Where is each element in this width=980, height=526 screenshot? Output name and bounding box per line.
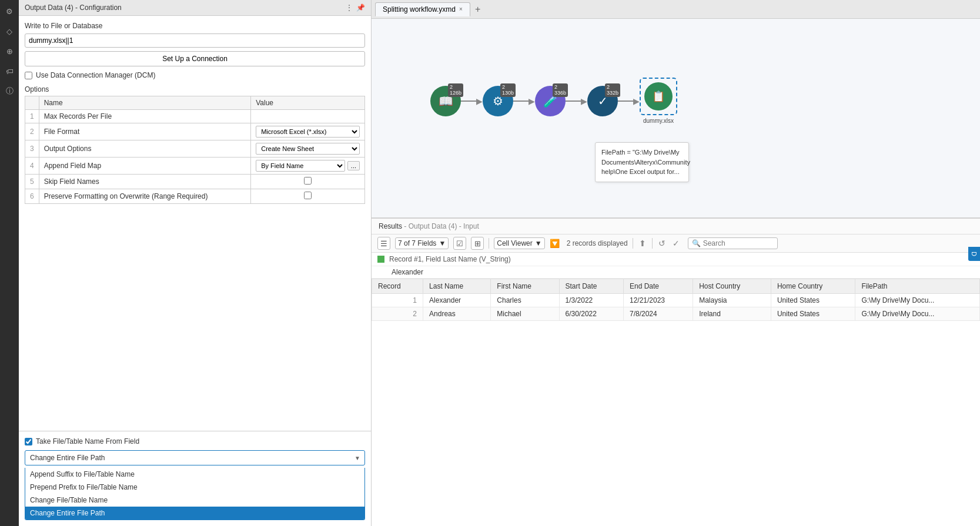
ellipsis-button[interactable]: ... (347, 161, 360, 170)
col-value-header: Value (251, 96, 365, 110)
cell-lastname-2: Andreas (423, 307, 491, 321)
col-startdate: Start Date (559, 279, 623, 294)
connector-4: ▶ (618, 96, 640, 106)
node-4[interactable]: ✓ 2332b (587, 86, 618, 116)
row6-name: Preserve Formatting on Overwrite (Range … (39, 189, 251, 204)
row5-name: Skip Field Names (39, 175, 251, 189)
results-sub: - Output Data (4) - Input (404, 222, 479, 230)
node-2[interactable]: ⚙ 2130b (483, 86, 513, 116)
undo-icon[interactable]: ↺ (657, 239, 667, 248)
node-2-circle[interactable]: ⚙ 2130b (483, 86, 513, 116)
green-status-indicator (377, 256, 384, 263)
node-1[interactable]: 📖 2126b (430, 86, 461, 116)
row1-name: Max Records Per File (39, 110, 251, 123)
sidebar-tag-icon[interactable]: 🏷 (3, 65, 16, 78)
fields-count-button[interactable]: 7 of 7 Fields ▼ (395, 237, 449, 249)
setup-connection-button[interactable]: Set Up a Connection (25, 51, 365, 66)
output-options-select[interactable]: Create New Sheet (256, 143, 360, 155)
cell-filepath-2: G:\My Drive\My Docu... (855, 307, 980, 321)
blue-right-tab[interactable]: D (968, 247, 980, 261)
config-header-actions: ⋮ 📌 (346, 4, 365, 12)
row3-name: Output Options (39, 140, 251, 158)
config-pin-icon[interactable]: 📌 (356, 4, 365, 12)
filter-icon[interactable]: 🔽 (550, 239, 560, 248)
node-5[interactable]: 📋 dummy.xlsx (640, 78, 677, 124)
preserve-formatting-checkbox[interactable] (304, 192, 312, 199)
table-row: 2 Andreas Michael 6/30/2022 7/8/2024 Ire… (372, 307, 980, 321)
options-table: Name Value 1 Max Records Per File 2 File… (25, 96, 365, 204)
table-icon-btn[interactable]: ⊞ (471, 237, 484, 250)
node-3-circle[interactable]: 🧪 2336b (535, 86, 566, 116)
sidebar-settings-icon[interactable]: ⚙ (3, 5, 16, 18)
results-toolbar: ☰ 7 of 7 Fields ▼ ☑ ⊞ Cell Viewer ▼ 🔽 2 … (372, 234, 980, 253)
config-bottom: Take File/Table Name From Field Change E… (19, 431, 371, 526)
add-tab-button[interactable]: + (471, 4, 484, 15)
node-1-badge: 2126b (448, 83, 463, 98)
connector-2: ▶ (513, 96, 535, 106)
node-5-output-box[interactable]: 📋 (640, 78, 677, 115)
write-to-label: Write to File or Database (25, 22, 365, 30)
results-header: Results - Output Data (4) - Input (372, 219, 980, 234)
table-row: 1 Alexander Charles 1/3/2022 12/21/2023 … (372, 294, 980, 307)
cell-record-1: 1 (372, 294, 423, 307)
node-4-circle[interactable]: ✓ 2332b (587, 86, 618, 116)
cell-viewer-button[interactable]: Cell Viewer ▼ (494, 237, 544, 249)
tab-close-icon[interactable]: × (459, 6, 463, 12)
dropdown-item-prepend[interactable]: Prepend Prefix to File/Table Name (25, 481, 364, 494)
config-menu-icon[interactable]: ⋮ (346, 4, 353, 12)
tab-workflow[interactable]: Splitting workflow.yxmd × (375, 2, 470, 16)
search-icon: 🔍 (692, 239, 701, 247)
skip-field-names-checkbox[interactable] (304, 177, 312, 185)
col-enddate: End Date (623, 279, 693, 294)
node-3[interactable]: 🧪 2336b (535, 86, 566, 116)
node-5-circle[interactable]: 📋 (644, 82, 673, 110)
cell-startdate-1: 1/3/2022 (559, 294, 623, 307)
config-body: Write to File or Database Set Up a Conne… (19, 16, 371, 431)
results-label: Results (379, 222, 402, 230)
node-1-circle[interactable]: 📖 2126b (430, 86, 461, 116)
row2-name: File Format (39, 123, 251, 140)
file-format-select[interactable]: Microsoft Excel (*.xlsx) (256, 126, 360, 138)
options-label: Options (25, 85, 365, 93)
check2-icon[interactable]: ✓ (671, 239, 681, 248)
col-filepath: FilePath (855, 279, 980, 294)
col-name-header: Name (39, 96, 251, 110)
toolbar-divider-3 (652, 238, 653, 249)
records-info: 2 records displayed (567, 239, 628, 247)
dropdown-item-change-path[interactable]: Change Entire File Path (25, 507, 364, 520)
col-num-header (25, 96, 39, 110)
file-path-input[interactable] (25, 33, 365, 48)
sidebar-diamond-icon[interactable]: ◇ (3, 25, 16, 38)
cell-enddate-2: 7/8/2024 (623, 307, 693, 321)
take-field-checkbox[interactable] (25, 438, 32, 445)
config-header: Output Data (4) - Configuration ⋮ 📌 (19, 0, 371, 16)
search-input[interactable] (703, 239, 774, 247)
sidebar-info-icon[interactable]: ⓘ (3, 85, 16, 98)
results-info-bar: Record #1, Field Last Name (V_String) (372, 253, 980, 266)
sidebar: ⚙ ◇ ⊕ 🏷 ⓘ (0, 0, 19, 526)
table-row: 1 Max Records Per File (25, 110, 365, 123)
file-path-dropdown[interactable]: Change Entire File Path (25, 450, 365, 465)
search-box: 🔍 (688, 237, 778, 249)
cell-lastname-1: Alexander (423, 294, 491, 307)
node-4-badge: 2332b (605, 83, 620, 98)
workflow-tooltip: FilePath = "G:\My Drive\My Documents\Alt… (595, 142, 689, 182)
append-field-map-select[interactable]: By Field Name (256, 160, 345, 172)
list-icon-btn[interactable]: ☰ (377, 237, 390, 250)
config-panel: Output Data (4) - Configuration ⋮ 📌 Writ… (19, 0, 372, 526)
cell-startdate-2: 6/30/2022 (559, 307, 623, 321)
dropdown-item-change-name[interactable]: Change File/Table Name (25, 494, 364, 507)
sort-icon[interactable]: ⬆ (638, 239, 647, 248)
dropdown-list: Append Suffix to File/Table Name Prepend… (25, 468, 365, 520)
results-panel: Results - Output Data (4) - Input ☰ 7 of… (372, 219, 980, 526)
sidebar-plus-icon[interactable]: ⊕ (3, 45, 16, 58)
dcm-checkbox[interactable] (25, 72, 32, 79)
config-title: Output Data (4) - Configuration (25, 4, 122, 12)
dropdown-item-append[interactable]: Append Suffix to File/Table Name (25, 468, 364, 481)
col-homecountry: Home Country (771, 279, 855, 294)
col-firstname: First Name (491, 279, 559, 294)
check-icon-btn[interactable]: ☑ (453, 237, 466, 250)
data-table-wrapper: Record Last Name First Name Start Date E… (372, 279, 980, 526)
cell-hostcountry-2: Ireland (693, 307, 771, 321)
table-row: 4 Append Field Map By Field Name ... (25, 158, 365, 175)
